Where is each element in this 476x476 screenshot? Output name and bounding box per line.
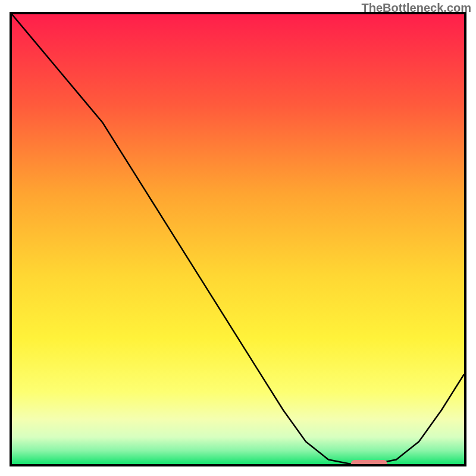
bottleneck-chart — [0, 0, 476, 476]
chart-container: TheBottleneck.com — [0, 0, 476, 476]
gradient-background — [12, 14, 464, 464]
